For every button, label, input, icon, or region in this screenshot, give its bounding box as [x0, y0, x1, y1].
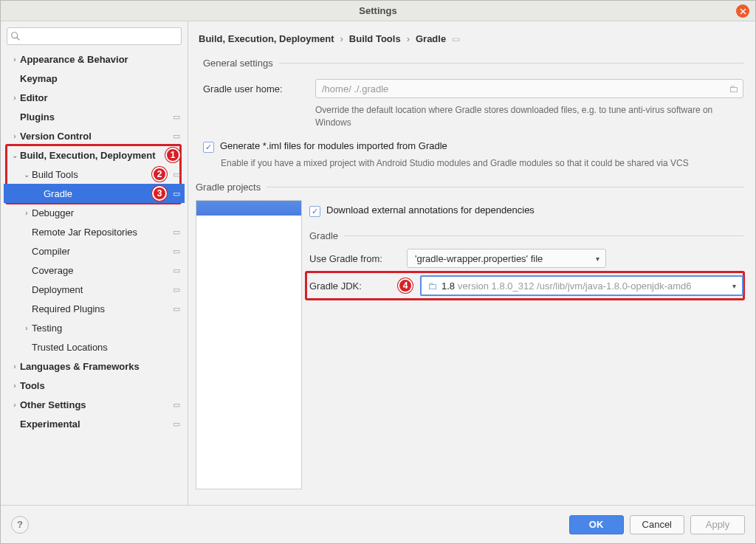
project-scope-icon: ▭ [170, 400, 180, 410]
settings-tree-item[interactable]: Required Plugins▭ [4, 299, 185, 318]
tree-item-label: Remote Jar Repositories [32, 227, 167, 238]
subsection-gradle: Gradle [309, 230, 743, 241]
folder-icon: 🗀 [427, 280, 437, 292]
apply-button[interactable]: Apply [690, 515, 745, 534]
project-scope-icon: ▭ [452, 34, 460, 44]
tree-item-label: Languages & Frameworks [20, 361, 180, 372]
settings-tree-item[interactable]: ›Appearance & Behavior [4, 49, 185, 69]
folder-icon[interactable]: 🗀 [729, 83, 738, 94]
tree-item-label: Debugger [32, 207, 180, 218]
settings-tree-item[interactable]: Plugins▭ [4, 107, 185, 126]
chevron-right-icon: › [10, 132, 20, 140]
chevron-down-icon: ⌄ [21, 171, 32, 179]
tree-item-label: Keymap [20, 73, 180, 84]
tree-item-label: Gradle [44, 188, 157, 199]
project-scope-icon: ▭ [170, 266, 180, 275]
tree-item-label: Trusted Locations [32, 342, 180, 353]
settings-tree-item[interactable]: Remote Jar Repositories▭ [4, 222, 185, 241]
callout-badge-4: 4 [398, 278, 413, 293]
chevron-right-icon: › [407, 33, 410, 44]
gradle-user-home-hint: Override the default location where Grad… [315, 104, 743, 130]
settings-tree-item[interactable]: ›Tools [4, 376, 185, 395]
chevron-right-icon: › [340, 33, 343, 44]
dialog-footer: ? OK Cancel Apply [1, 505, 755, 543]
tree-item-label: Build Tools [32, 169, 157, 180]
settings-tree-item[interactable]: Gradle3▭ [4, 184, 185, 203]
gradle-user-home-label: Gradle user home: [203, 83, 306, 94]
ok-button[interactable]: OK [569, 515, 624, 534]
tree-item-label: Experimental [20, 419, 167, 430]
settings-tree-item[interactable]: Coverage▭ [4, 261, 185, 280]
project-scope-icon: ▭ [170, 304, 180, 314]
settings-tree-item[interactable]: ›Debugger [4, 203, 185, 222]
settings-tree-item[interactable]: ›Version Control▭ [4, 126, 185, 145]
settings-tree-item[interactable]: Trusted Locations [4, 337, 185, 357]
settings-tree[interactable]: ›Appearance & BehaviorKeymap›EditorPlugi… [4, 49, 185, 502]
search-input[interactable] [7, 27, 182, 45]
section-general-settings: General settings [203, 58, 743, 69]
tree-item-label: Build, Execution, Deployment [20, 150, 170, 161]
chevron-right-icon: › [10, 55, 20, 63]
gradle-projects-list[interactable] [196, 200, 302, 489]
tree-item-label: Deployment [32, 284, 167, 295]
tree-item-label: Editor [20, 92, 180, 103]
project-scope-icon: ▭ [170, 131, 180, 141]
tree-item-label: Coverage [32, 265, 167, 276]
titlebar: Settings [1, 1, 755, 21]
settings-sidebar: ›Appearance & BehaviorKeymap›EditorPlugi… [1, 21, 188, 505]
chevron-right-icon: › [10, 401, 20, 409]
gradle-jdk-dropdown[interactable]: 🗀 1.8 version 1.8.0_312 /usr/lib/jvm/jav… [420, 275, 743, 296]
chevron-right-icon: › [10, 382, 20, 390]
gradle-jdk-label: Gradle JDK: [309, 280, 398, 292]
settings-tree-item[interactable]: ›Other Settings▭ [4, 395, 185, 414]
chevron-down-icon: ⌄ [10, 151, 20, 159]
tree-item-label: Tools [20, 380, 180, 391]
generate-iml-hint: Enable if you have a mixed project with … [221, 157, 743, 170]
tree-item-label: Required Plugins [32, 303, 167, 314]
callout-badge-1: 1 [165, 148, 180, 162]
svg-line-1 [17, 38, 20, 41]
tree-item-label: Version Control [20, 131, 167, 142]
project-scope-icon: ▭ [170, 170, 180, 179]
chevron-down-icon: ▾ [596, 255, 599, 263]
settings-tree-item[interactable]: Keymap [4, 69, 185, 88]
tree-item-label: Other Settings [20, 399, 167, 410]
settings-tree-item[interactable]: Experimental▭ [4, 414, 185, 433]
project-scope-icon: ▭ [170, 189, 180, 199]
breadcrumb-item[interactable]: Build Tools [349, 33, 401, 44]
download-annotations-label: Download external annotations for depend… [326, 204, 535, 216]
generate-iml-label: Generate *.iml files for modules importe… [220, 140, 447, 151]
tree-item-label: Plugins [20, 111, 167, 123]
search-icon [10, 31, 21, 41]
tree-item-label: Testing [32, 323, 180, 334]
settings-tree-item[interactable]: ›Editor [4, 88, 185, 107]
close-button[interactable] [736, 4, 749, 18]
tree-item-label: Appearance & Behavior [20, 54, 180, 65]
use-gradle-from-dropdown[interactable]: 'gradle-wrapper.properties' file ▾ [407, 249, 606, 268]
settings-tree-item[interactable]: ›Languages & Frameworks [4, 357, 185, 376]
settings-tree-item[interactable]: ⌄Build Tools2▭ [4, 165, 185, 184]
download-annotations-checkbox[interactable]: ✓ [309, 206, 320, 217]
breadcrumb-item[interactable]: Build, Execution, Deployment [199, 33, 334, 44]
gradle-user-home-field[interactable]: /home/ ./.gradle 🗀 [315, 79, 743, 98]
settings-tree-item[interactable]: Compiler▭ [4, 241, 185, 261]
help-button[interactable]: ? [11, 516, 29, 534]
section-gradle-projects: Gradle projects [196, 182, 743, 193]
tree-item-label: Compiler [32, 246, 167, 257]
chevron-down-icon: ▾ [732, 282, 736, 290]
breadcrumb: Build, Execution, Deployment › Build Too… [196, 29, 743, 53]
callout-badge-2: 2 [152, 167, 167, 182]
chevron-right-icon: › [10, 94, 20, 102]
settings-detail-panel: Build, Execution, Deployment › Build Too… [188, 21, 755, 505]
project-scope-icon: ▭ [170, 227, 180, 237]
project-scope-icon: ▭ [170, 285, 180, 295]
settings-tree-item[interactable]: ⌄Build, Execution, Deployment1 [4, 145, 185, 165]
settings-window: Settings ›Appearance & BehaviorKeymap›Ed… [0, 0, 756, 544]
settings-tree-item[interactable]: ›Testing [4, 318, 185, 337]
project-scope-icon: ▭ [170, 419, 180, 429]
cancel-button[interactable]: Cancel [630, 515, 684, 534]
generate-iml-checkbox[interactable]: ✓ [203, 142, 214, 153]
project-scope-icon: ▭ [170, 112, 180, 122]
callout-badge-3: 3 [152, 186, 167, 201]
settings-tree-item[interactable]: Deployment▭ [4, 280, 185, 299]
